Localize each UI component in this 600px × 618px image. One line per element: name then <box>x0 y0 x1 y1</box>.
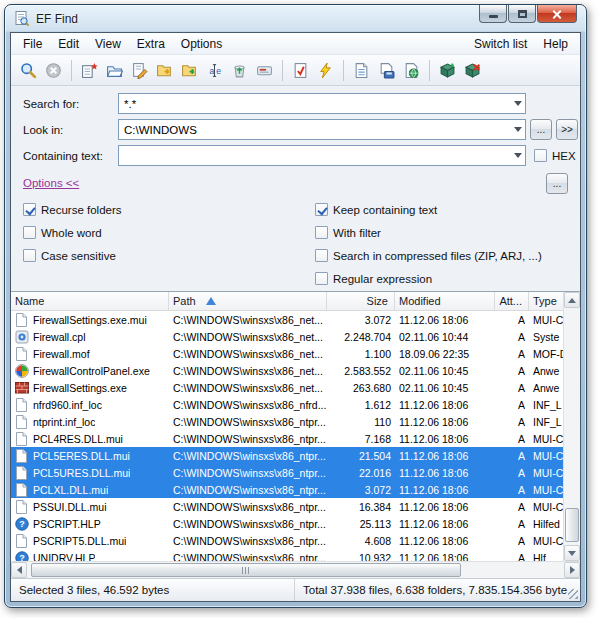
unchecked-checkbox-icon[interactable] <box>23 226 36 239</box>
chevron-down-icon[interactable] <box>514 153 522 158</box>
menu-file[interactable]: File <box>15 34 50 54</box>
open-button[interactable] <box>102 58 127 83</box>
table-row[interactable]: FirewallSettings.exeC:\WINDOWS\winsxs\x8… <box>11 379 563 396</box>
file-attributes: A <box>495 416 529 428</box>
table-row[interactable]: ?PSCRIPT.HLPC:\WINDOWS\winsxs\x86_ntpr..… <box>11 515 563 532</box>
table-row[interactable]: Firewall.cplC:\WINDOWS\winsxs\x86_net...… <box>11 328 563 345</box>
brick-file-icon <box>15 381 30 395</box>
menu-view[interactable]: View <box>87 34 129 54</box>
move-button[interactable] <box>177 58 202 83</box>
column-header-name[interactable]: Name <box>11 292 169 310</box>
save-button[interactable] <box>374 58 399 83</box>
file-modified: 11.12.06 18:06 <box>395 467 495 479</box>
title-bar[interactable]: EF Find <box>5 5 586 32</box>
file-path: C:\WINDOWS\winsxs\x86_ntpr... <box>169 484 327 496</box>
look-in-combobox[interactable]: C:\WINDOWS <box>118 119 526 140</box>
menu-edit[interactable]: Edit <box>50 34 87 54</box>
uninstall-button[interactable] <box>460 58 485 83</box>
checkbox-keep-containing-text[interactable]: Keep containing text <box>315 203 437 216</box>
scroll-right-button[interactable] <box>564 562 580 578</box>
web-export-button[interactable] <box>399 58 424 83</box>
report-button[interactable] <box>349 58 374 83</box>
resize-grip[interactable] <box>568 589 578 599</box>
chevron-down-icon[interactable] <box>514 127 522 132</box>
vertical-scroll-thumb[interactable] <box>565 508 579 542</box>
table-row[interactable]: PCL5URES.DLL.muiC:\WINDOWS\winsxs\x86_nt… <box>11 464 563 481</box>
unchecked-checkbox-icon[interactable] <box>315 226 328 239</box>
column-header-path[interactable]: Path <box>169 292 327 310</box>
search-for-combobox[interactable]: *.* <box>118 93 526 114</box>
browse-folder-button[interactable]: ... <box>530 119 552 140</box>
maximize-button[interactable] <box>508 5 536 23</box>
toolbar-separator <box>429 60 430 81</box>
checkbox-search-in-compressed-files-zip-arj[interactable]: Search in compressed files (ZIP, ARJ, ..… <box>315 249 542 262</box>
table-row[interactable]: Firewall.mofC:\WINDOWS\winsxs\x86_net...… <box>11 345 563 362</box>
checksum-button[interactable] <box>288 58 313 83</box>
hex-checkbox[interactable]: HEX <box>534 149 576 162</box>
table-row[interactable]: PSCRIPT5.DLL.muiC:\WINDOWS\winsxs\x86_nt… <box>11 532 563 549</box>
new-search-icon <box>81 62 98 79</box>
menu-help[interactable]: Help <box>535 34 576 54</box>
hex-checkbox-box[interactable] <box>534 149 547 162</box>
checkbox-case-sensitive[interactable]: Case sensitive <box>23 249 116 262</box>
checkbox-with-filter[interactable]: With filter <box>315 226 381 239</box>
menu-options[interactable]: Options <box>173 34 230 54</box>
column-header-label: Att... <box>499 295 522 307</box>
unchecked-checkbox-icon[interactable] <box>315 249 328 262</box>
column-header-modified[interactable]: Modified <box>395 292 495 310</box>
unchecked-checkbox-icon[interactable] <box>23 249 36 262</box>
filter-more-button[interactable]: ... <box>546 173 568 194</box>
scroll-left-button[interactable] <box>11 562 27 578</box>
column-header-size[interactable]: Size <box>327 292 395 310</box>
table-row[interactable]: ntprint.inf_locC:\WINDOWS\winsxs\x86_ntp… <box>11 413 563 430</box>
recycle-bin-button[interactable] <box>227 58 252 83</box>
checkbox-whole-word[interactable]: Whole word <box>23 226 102 239</box>
checked-checkbox-icon[interactable] <box>315 203 328 216</box>
search-for-value: *.* <box>124 98 508 110</box>
shortcut-button[interactable] <box>252 58 277 83</box>
options-toggle-link[interactable]: Options << <box>23 177 79 189</box>
vertical-scrollbar[interactable] <box>563 292 580 561</box>
checkbox-recurse-folders[interactable]: Recurse folders <box>23 203 122 216</box>
table-row[interactable]: nfrd960.inf_locC:\WINDOWS\winsxs\x86_nfr… <box>11 396 563 413</box>
checked-checkbox-icon[interactable] <box>23 203 36 216</box>
column-header-type[interactable]: Type <box>529 292 563 310</box>
scroll-down-button[interactable] <box>564 545 580 561</box>
install-button[interactable] <box>435 58 460 83</box>
table-row[interactable]: PCL4RES.DLL.muiC:\WINDOWS\winsxs\x86_ntp… <box>11 430 563 447</box>
table-row[interactable]: PCLXL.DLL.muiC:\WINDOWS\winsxs\x86_ntpr.… <box>11 481 563 498</box>
menu-switch-list[interactable]: Switch list <box>466 34 535 54</box>
toolbar: ae <box>11 55 580 86</box>
minimize-button[interactable] <box>479 5 507 23</box>
close-button[interactable] <box>537 5 577 23</box>
column-header-att[interactable]: Att... <box>495 292 529 310</box>
file-size: 1.100 <box>327 348 395 360</box>
file-attributes: A <box>495 518 529 530</box>
checkbox-regular-expression[interactable]: Regular expression <box>315 272 432 285</box>
file-path: C:\WINDOWS\winsxs\x86_ntpr... <box>169 518 327 530</box>
table-row[interactable]: ?UNIDRV.HLPC:\WINDOWS\winsxs\x86_ntpr...… <box>11 549 563 561</box>
minimize-icon <box>489 15 498 18</box>
doc-file-icon <box>15 415 30 429</box>
table-row[interactable]: PSSUI.DLL.muiC:\WINDOWS\winsxs\x86_ntpr.… <box>11 498 563 515</box>
scroll-up-button[interactable] <box>564 292 580 308</box>
table-row[interactable]: PCL5ERES.DLL.muiC:\WINDOWS\winsxs\x86_nt… <box>11 447 563 464</box>
search-button[interactable] <box>16 58 41 83</box>
horizontal-scrollbar[interactable] <box>11 561 580 578</box>
containing-text-combobox[interactable] <box>118 145 526 166</box>
copy-button[interactable] <box>152 58 177 83</box>
file-size: 2.583.552 <box>327 365 395 377</box>
table-row[interactable]: FirewallControlPanel.exeC:\WINDOWS\winsx… <box>11 362 563 379</box>
chevron-down-icon[interactable] <box>514 101 522 106</box>
execute-button[interactable] <box>313 58 338 83</box>
rename-button[interactable]: ae <box>202 58 227 83</box>
menu-extra[interactable]: Extra <box>129 34 173 54</box>
expand-paths-button[interactable]: >> <box>556 119 578 140</box>
horizontal-scroll-thumb[interactable] <box>31 563 461 577</box>
unchecked-checkbox-icon[interactable] <box>315 272 328 285</box>
new-search-button[interactable] <box>77 58 102 83</box>
table-row[interactable]: FirewallSettings.exe.muiC:\WINDOWS\winsx… <box>11 311 563 328</box>
option-row: Regular expression <box>315 267 568 290</box>
edit-button[interactable] <box>127 58 152 83</box>
stop-button[interactable] <box>41 58 66 83</box>
